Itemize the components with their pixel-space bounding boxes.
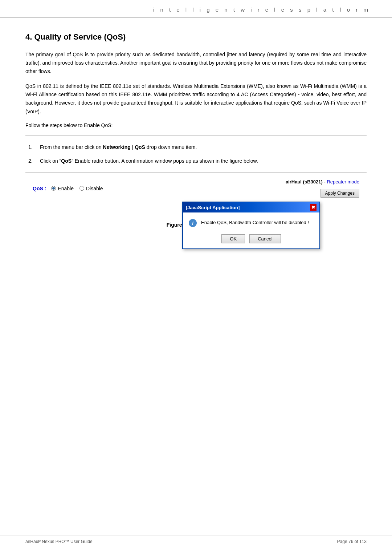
dialog-titlebar: [JavaScript Application] ✖ — [183, 202, 319, 212]
dialog-cancel-button[interactable]: Cancel — [249, 234, 281, 243]
follow-text: Follow the steps below to Enable QoS: — [25, 122, 367, 128]
javascript-dialog: [JavaScript Application] ✖ i Enable QoS,… — [182, 202, 320, 249]
page: i n t e l l i g e n t w i r e l e s s p … — [0, 0, 392, 555]
steps-list: From the menu bar click on Networking | … — [25, 143, 367, 165]
qos-right: airHaul (sB3021) - Repeater mode Apply C… — [286, 179, 359, 198]
interface-area: QoS : Enable Disable airHa — [25, 172, 367, 213]
device-info: airHaul (sB3021) - Repeater mode — [286, 179, 359, 185]
enable-radio-btn[interactable] — [51, 186, 56, 191]
header: i n t e l l i g e n t w i r e l e s s p … — [0, 0, 392, 18]
apply-changes-button[interactable]: Apply Changes — [320, 189, 359, 198]
footer: airHaul² Nexus PRO™ User Guide Page 76 o… — [0, 535, 392, 544]
dialog-buttons: OK Cancel — [189, 234, 314, 243]
paragraph-1: The primary goal of QoS is to provide pr… — [25, 50, 367, 76]
dialog-body: i Enable QoS, Bandwidth Controller will … — [183, 212, 319, 248]
section-title: 4. Quality of Service (QoS) — [25, 32, 367, 42]
dialog-title: [JavaScript Application] — [186, 205, 240, 210]
disable-radio-btn[interactable] — [79, 186, 84, 191]
main-content: 4. Quality of Service (QoS) The primary … — [0, 18, 392, 253]
footer-left: airHaul² Nexus PRO™ User Guide — [25, 539, 93, 544]
enable-label: Enable — [58, 186, 74, 191]
footer-right: Page 76 of 113 — [337, 539, 367, 544]
repeater-mode-link[interactable]: Repeater mode — [327, 179, 359, 185]
dialog-ok-button[interactable]: OK — [221, 234, 245, 243]
dialog-message: Enable QoS, Bandwidth Controller will be… — [201, 219, 309, 226]
step2-bold-qos: QoS — [61, 158, 72, 164]
info-icon: i — [189, 219, 197, 227]
dialog-close-button[interactable]: ✖ — [310, 204, 317, 211]
qos-row: QoS : Enable Disable airHa — [33, 179, 359, 198]
header-title: i n t e l l i g e n t w i r e l e s s p … — [153, 7, 370, 13]
step-2: Click on “QoS” Enable radio button. A co… — [36, 157, 367, 165]
dialog-message-row: i Enable QoS, Bandwidth Controller will … — [189, 219, 314, 227]
disable-label: Disable — [86, 186, 103, 191]
step1-bold-qos: QoS — [135, 144, 145, 150]
device-name: airHaul (sB3021) — [286, 179, 323, 185]
qos-left: QoS : Enable Disable — [33, 186, 103, 191]
qos-link[interactable]: QoS : — [33, 186, 46, 191]
enable-radio[interactable]: Enable — [51, 186, 74, 191]
step1-bold-networking: Networking — [103, 144, 131, 150]
disable-radio[interactable]: Disable — [79, 186, 103, 191]
step-1: From the menu bar click on Networking | … — [36, 143, 367, 151]
divider-1 — [25, 135, 367, 136]
paragraph-2: QoS in 802.11 is defined by the IEEE 802… — [25, 82, 367, 116]
header-line — [0, 14, 370, 14]
radio-group: Enable Disable — [51, 186, 103, 191]
